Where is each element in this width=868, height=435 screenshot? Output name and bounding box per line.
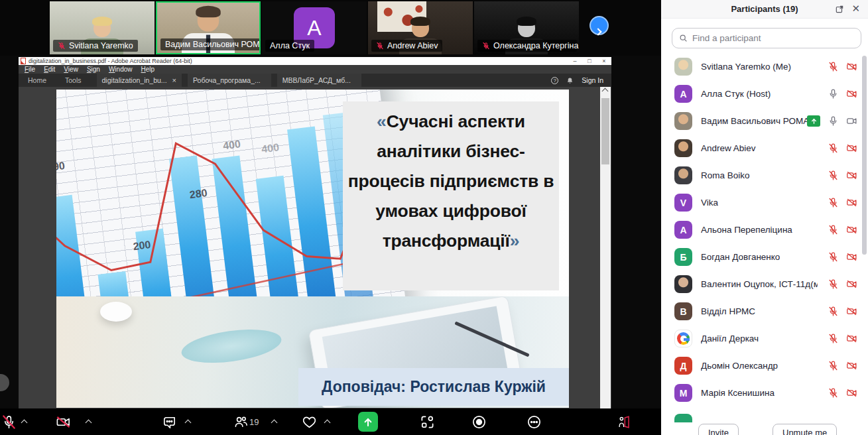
muted-mic-icon [376, 42, 384, 50]
pop-out-icon[interactable] [835, 5, 844, 14]
participant-row[interactable]: Б Богдан Довганенко [661, 243, 868, 271]
participants-button[interactable] [233, 408, 249, 435]
participants-scrollbar[interactable] [862, 56, 867, 255]
participant-row[interactable]: A Алла Стук (Host) [661, 80, 868, 107]
participants-header: Participants (19) ✕ [661, 0, 868, 19]
window-title: digitalization_in_business.pdf - Adobe A… [29, 58, 192, 64]
reactions-button[interactable] [302, 408, 317, 435]
close-panel-icon[interactable]: ✕ [851, 3, 860, 15]
participant-row[interactable]: Д Дьомін Олександр [661, 352, 868, 379]
menu-item[interactable]: Sign [87, 66, 100, 73]
menu-item[interactable]: Edit [44, 66, 55, 73]
document-tab[interactable]: digitalization_in_bu... × [97, 74, 182, 87]
avatar [674, 139, 692, 157]
avatar: Б [674, 248, 692, 266]
tab-home[interactable]: Home [19, 74, 56, 87]
menu-item[interactable]: View [64, 66, 78, 73]
participants-count: 19 [249, 417, 259, 427]
tab-tools[interactable]: Tools [56, 74, 91, 87]
mic-status-icon [828, 61, 839, 72]
mute-button[interactable] [1, 408, 17, 435]
camera-status-icon [846, 306, 857, 317]
slide-title: «Сучасні аспекти аналітики бізнес-процес… [343, 101, 559, 290]
document-scrollbar[interactable] [600, 87, 611, 408]
participant-row[interactable]: Svitlana Yaremko (Me) [661, 53, 868, 80]
video-tile[interactable]: Andrew Abiev [368, 1, 473, 54]
video-tile[interactable]: A Алла Стук [262, 1, 367, 54]
screen-share-badge [807, 115, 820, 127]
camera-status-icon [846, 143, 857, 154]
participants-list: Svitlana Yaremko (Me) [661, 53, 868, 422]
breakout-rooms-button[interactable] [420, 408, 435, 435]
video-tile-name-label: Вадим Васильович РОМ... [160, 38, 260, 50]
window-titlebar: digitalization_in_business.pdf - Adobe A… [19, 57, 611, 65]
chart-number-label: 280 [189, 187, 208, 201]
video-tile[interactable]: Вадим Васильович РОМ... [156, 1, 261, 54]
chart-number-label: 200 [133, 239, 152, 253]
participants-options-chevron[interactable] [271, 420, 278, 426]
avatar [674, 330, 692, 347]
help-icon[interactable]: ? [551, 77, 558, 84]
participant-name: Алла Стук (Host) [701, 89, 771, 99]
start-video-button[interactable] [56, 408, 71, 435]
document-tab[interactable]: Робоча_програма_... [188, 74, 271, 87]
unmute-me-button[interactable]: Unmute me [773, 424, 837, 435]
audio-options-chevron[interactable] [21, 420, 28, 426]
participant-name: Богдан Довганенко [701, 252, 780, 262]
chat-options-chevron[interactable] [185, 420, 192, 426]
participant-row[interactable]: Roma Boiko [661, 162, 868, 189]
participant-name: Roma Boiko [701, 170, 750, 180]
video-options-chevron[interactable] [86, 420, 92, 426]
menu-item[interactable]: Help [141, 66, 155, 73]
avatar: Д [674, 357, 692, 375]
participant-row[interactable]: Валентин Оцупок, ІСТ-11д(м) [661, 271, 868, 298]
chat-button[interactable] [162, 408, 177, 435]
scrollbar-thumb[interactable] [601, 98, 609, 164]
video-tile-name-label: Алла Стук [265, 40, 314, 52]
participant-name: Відділ НРМС [701, 306, 755, 316]
sign-in-button[interactable]: Sign In [582, 76, 603, 84]
tab-close-icon[interactable]: × [172, 76, 176, 84]
more-button[interactable] [527, 408, 542, 435]
video-tile-name-label: Svitlana Yaremko [53, 40, 138, 52]
menu-item[interactable]: File [25, 66, 35, 73]
participant-row[interactable]: М Марія Ксенишина [661, 379, 868, 406]
participant-row[interactable]: V Vika [661, 189, 868, 216]
participant-row[interactable]: A Альона Перепеліцина [661, 216, 868, 243]
participant-row[interactable]: Даніїл Деркач [661, 325, 868, 352]
menu-bar: File Edit View Sign Window Help [19, 65, 611, 74]
pdf-slide: 390 200 280 400 400 May [56, 90, 569, 408]
close-button[interactable]: × [597, 57, 611, 65]
avatar: A [674, 85, 692, 103]
participant-search-box[interactable] [672, 28, 861, 48]
mic-status-icon [828, 387, 839, 399]
document-tab[interactable]: МВВЛабР_АСД_мб... [277, 74, 361, 87]
avatar [674, 166, 692, 184]
record-button[interactable] [471, 408, 487, 435]
video-thumbnail-strip: Svitlana Yaremko Вадим Васильович [0, 0, 661, 56]
video-tile[interactable]: Олександра Кутергіна [474, 1, 579, 54]
minimize-button[interactable]: – [568, 57, 582, 65]
video-tile[interactable]: Svitlana Yaremko [50, 1, 155, 54]
reactions-options-chevron[interactable] [324, 420, 331, 426]
participant-name: Даніїл Деркач [701, 334, 759, 343]
menu-item[interactable]: Window [109, 66, 133, 73]
participant-row[interactable]: В Відділ НРМС [661, 298, 868, 325]
maximize-button[interactable]: □ [582, 57, 597, 65]
invite-button[interactable]: Invite [698, 424, 739, 435]
search-input[interactable] [692, 33, 854, 43]
notifications-bell-icon[interactable] [566, 77, 574, 84]
participants-panel: Participants (19) ✕ Svitlana Yaremko (Me… [661, 0, 868, 435]
next-gallery-page-button[interactable] [589, 16, 609, 35]
avatar: В [674, 302, 692, 320]
participant-row[interactable]: Вадим Васильович РОМА... [661, 107, 868, 135]
leave-meeting-button[interactable] [617, 408, 632, 435]
camera-status-icon [846, 115, 857, 127]
share-screen-button[interactable] [358, 412, 378, 432]
scroll-up-arrow[interactable] [602, 88, 609, 95]
avatar [674, 58, 692, 76]
avatar: A [674, 221, 692, 239]
participant-row[interactable]: Andrew Abiev [661, 135, 868, 162]
mic-status-icon [828, 115, 839, 127]
participant-name: Vika [701, 198, 718, 208]
